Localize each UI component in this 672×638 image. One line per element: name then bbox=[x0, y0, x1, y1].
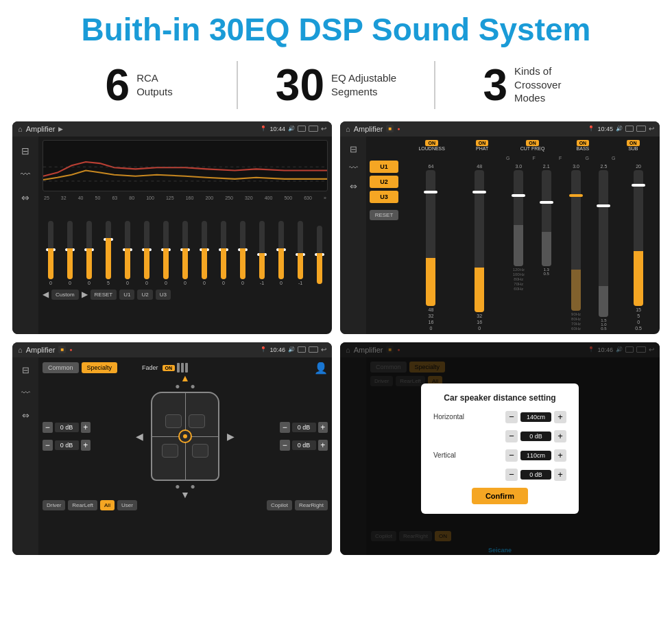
dialog-v-db-minus[interactable]: − bbox=[505, 469, 518, 481]
cross-reset-btn[interactable]: RESET bbox=[370, 210, 398, 220]
eq-fill-9 bbox=[221, 248, 226, 279]
cross-back-icon: ↩ bbox=[649, 125, 654, 132]
dialog-title: Car speaker distance setting bbox=[433, 393, 566, 403]
fader-tab-specialty[interactable]: Specialty bbox=[82, 362, 118, 373]
eq-fill-8 bbox=[202, 248, 207, 279]
cross-u1-btn[interactable]: U1 bbox=[370, 161, 398, 173]
fader-left-bot-minus[interactable]: − bbox=[43, 440, 53, 451]
eq-u3-btn[interactable]: U3 bbox=[156, 290, 171, 300]
cutfreq-f-track[interactable] bbox=[542, 170, 551, 266]
fader-filter-icon[interactable]: ⊟ bbox=[22, 365, 29, 375]
sub-thumb[interactable] bbox=[632, 184, 645, 187]
eq-slider-5: 0 bbox=[144, 221, 149, 285]
cutfreq-f-thumb[interactable] bbox=[540, 201, 553, 204]
sub-track[interactable] bbox=[634, 170, 643, 306]
dialog-vertical-plus[interactable]: + bbox=[554, 449, 566, 462]
cutfreq-g-fill bbox=[514, 225, 523, 266]
fader-speaker-tr: ● bbox=[191, 381, 195, 391]
cross-header-left: ⌂ Amplifier ■ ● bbox=[346, 125, 400, 133]
fader-arrow-left[interactable]: ◀ bbox=[136, 431, 143, 442]
eq-filter-icon[interactable]: ⊟ bbox=[21, 145, 29, 156]
fader-car-wrapper: ● ● bbox=[151, 392, 219, 481]
eq-wave-icon[interactable]: 〰 bbox=[21, 169, 30, 180]
bass-label: BASS bbox=[577, 146, 590, 151]
dialog-vertical-minus[interactable]: − bbox=[505, 449, 518, 462]
eq-graph bbox=[43, 140, 328, 191]
eq-speaker-icon: 🔊 bbox=[288, 126, 295, 132]
fader-left-bot-db: 0 dB bbox=[55, 440, 79, 450]
cutfreq-g-thumb[interactable] bbox=[512, 194, 525, 197]
cross-u3-btn[interactable]: U3 bbox=[370, 191, 398, 203]
bass-f-track[interactable] bbox=[571, 170, 581, 311]
fader-left-bar: ⊟ 〰 ⇔ bbox=[12, 357, 38, 555]
dialog-v-db-value: 0 dB bbox=[520, 470, 551, 480]
dialog-horizontal-plus[interactable]: + bbox=[554, 411, 566, 423]
fader-seat-rr bbox=[192, 444, 208, 458]
fader-btn-user[interactable]: User bbox=[117, 500, 137, 510]
loudness-track[interactable] bbox=[426, 170, 435, 306]
fader-right-bottom-row: − 0 dB + bbox=[280, 440, 328, 451]
eq-fill-7 bbox=[182, 248, 188, 279]
dialog-confirm-button[interactable]: Confirm bbox=[472, 488, 528, 504]
eq-prev-btn[interactable]: ◀ bbox=[43, 290, 49, 299]
bass-f-thumb[interactable] bbox=[569, 194, 583, 197]
dialog-h-db-plus[interactable]: + bbox=[554, 430, 566, 442]
fader-left-top-minus[interactable]: − bbox=[43, 422, 53, 433]
eq-reset-btn[interactable]: RESET bbox=[91, 290, 117, 300]
fader-right-top-minus[interactable]: − bbox=[280, 422, 290, 433]
bass-g-fill bbox=[599, 286, 608, 317]
cross-slider-bass: 3.0 90Hz 80Hz 70Hz 60Hz bbox=[563, 164, 616, 331]
fader-right-bot-plus[interactable]: + bbox=[318, 440, 328, 451]
cross-ch-bass: ON BASS bbox=[560, 140, 605, 151]
fader-wave-icon[interactable]: 〰 bbox=[21, 388, 30, 398]
fader-left-top-plus[interactable]: + bbox=[81, 422, 91, 433]
cross-screen-title: Amplifier bbox=[354, 125, 383, 133]
fader-arrow-up[interactable]: ▲ bbox=[180, 373, 190, 383]
eq-header-left: ⌂ Amplifier ▶ bbox=[18, 125, 63, 133]
fader-header: ⌂ Amplifier ■ ● 📍 10:46 🔊 ↩ bbox=[12, 342, 332, 357]
fader-arrows-icon[interactable]: ⇔ bbox=[22, 410, 29, 421]
dialog-horizontal-minus[interactable]: − bbox=[505, 411, 518, 423]
eq-u2-btn[interactable]: U2 bbox=[137, 290, 152, 300]
fader-btn-rearleft[interactable]: RearLeft bbox=[68, 500, 97, 510]
bass-g-thumb[interactable] bbox=[597, 204, 610, 207]
home-icon: ⌂ bbox=[18, 125, 23, 133]
cross-arrows-icon[interactable]: ⇔ bbox=[350, 181, 357, 191]
fader-center-knob[interactable] bbox=[178, 429, 192, 443]
fader-right-bot-minus[interactable]: − bbox=[280, 440, 290, 451]
fader-on-badge[interactable]: ON bbox=[163, 365, 176, 371]
fader-bar-1 bbox=[177, 363, 180, 373]
cutfreq-g-col: 3.0 120Hz 100Hz 80Hz 70Hz bbox=[506, 164, 531, 291]
fader-btn-all[interactable]: All bbox=[100, 500, 115, 510]
bass-g-track[interactable] bbox=[599, 170, 608, 317]
eq-custom-btn[interactable]: Custom bbox=[51, 290, 79, 300]
dialog-vertical-db-row: − 0 dB + bbox=[433, 469, 566, 481]
eq-slider-8: 0 bbox=[202, 221, 207, 285]
loudness-thumb[interactable] bbox=[424, 191, 437, 193]
phat-thumb[interactable] bbox=[472, 191, 486, 193]
dialog-v-db-plus[interactable]: + bbox=[554, 469, 566, 481]
fader-btn-copilot[interactable]: Copilot bbox=[267, 500, 292, 510]
fader-person-icon: 👤 bbox=[314, 362, 328, 375]
fader-arrow-down[interactable]: ▼ bbox=[180, 489, 190, 500]
fader-right-top-plus[interactable]: + bbox=[318, 422, 328, 433]
cutfreq-g-track[interactable] bbox=[514, 170, 523, 266]
eq-next-btn[interactable]: ▶ bbox=[82, 290, 88, 299]
eq-fill-6 bbox=[163, 248, 169, 279]
cross-wave-icon[interactable]: 〰 bbox=[349, 163, 358, 173]
fader-arrow-right[interactable]: ▶ bbox=[227, 431, 235, 442]
eq-arrows-icon[interactable]: ⇔ bbox=[21, 192, 29, 203]
cross-filter-icon[interactable]: ⊟ bbox=[350, 144, 357, 154]
fader-btn-driver[interactable]: Driver bbox=[43, 500, 65, 510]
fader-left-bot-plus[interactable]: + bbox=[81, 440, 91, 451]
phat-track[interactable] bbox=[475, 170, 484, 312]
eq-u1-btn[interactable]: U1 bbox=[119, 290, 134, 300]
cross-u2-btn[interactable]: U2 bbox=[370, 176, 398, 188]
fader-btn-rearright[interactable]: RearRight bbox=[295, 500, 328, 510]
fader-back-icon: ↩ bbox=[321, 346, 326, 353]
fader-location-icon: 📍 bbox=[260, 346, 267, 353]
cross-slider-cutfreq: 3.0 120Hz 100Hz 80Hz 70Hz bbox=[506, 164, 560, 331]
fader-tab-common[interactable]: Common bbox=[43, 362, 79, 373]
eq-slider-12: 0 bbox=[278, 221, 284, 285]
dialog-h-db-minus[interactable]: − bbox=[505, 430, 518, 442]
